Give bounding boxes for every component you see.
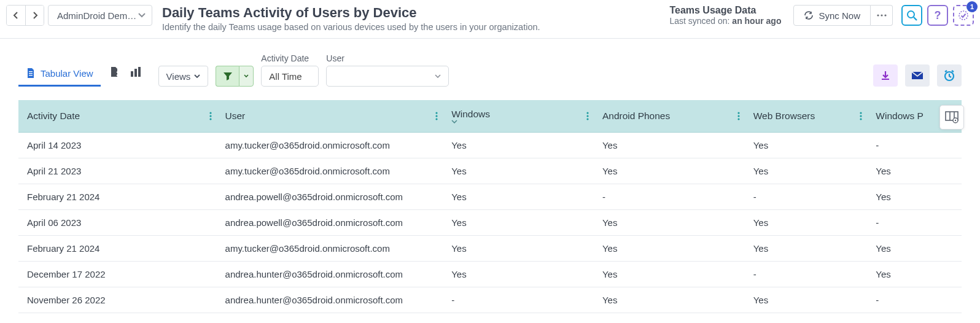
- cell-windows: Yes: [443, 236, 594, 262]
- export-view-icon-button[interactable]: [109, 66, 120, 77]
- col-header-windows[interactable]: Windows: [443, 100, 594, 133]
- filter-activity-date-label: Activity Date: [261, 53, 319, 63]
- caret-down-icon: [244, 74, 249, 78]
- cell-activity_date: December 17 2022: [18, 262, 217, 287]
- toolbar-actions: [873, 64, 962, 87]
- sync-text: Teams Usage Data Last synced on: an hour…: [669, 5, 781, 26]
- mail-icon: [911, 71, 924, 80]
- svg-point-36: [955, 120, 956, 121]
- col-header-label: Web Browsers: [753, 111, 815, 121]
- cell-user: amy.tucker@o365droid.onmicrosoft.com: [217, 158, 443, 184]
- filter-dropdown-button[interactable]: [239, 66, 254, 87]
- filter-user-select[interactable]: [326, 66, 449, 87]
- column-menu-button[interactable]: [435, 112, 438, 120]
- col-header-label: Windows P: [876, 111, 924, 121]
- mail-button[interactable]: [905, 64, 930, 87]
- cell-android: Yes: [594, 262, 745, 287]
- caret-down-icon: [194, 74, 200, 78]
- column-menu-button[interactable]: [860, 112, 862, 120]
- svg-point-28: [860, 118, 862, 120]
- sync-more-button[interactable]: [871, 5, 893, 26]
- svg-rect-11: [138, 67, 141, 77]
- svg-point-19: [436, 118, 438, 120]
- page-subtitle: Identify the daily Teams usage based on …: [162, 22, 540, 32]
- filter-button[interactable]: [216, 66, 239, 87]
- nav-history-group: [6, 5, 44, 26]
- cell-activity_date: February 21 2024: [18, 236, 217, 262]
- caret-down-icon: [435, 74, 441, 78]
- table-row[interactable]: November 26 2022andrea.hunter@o365droid.…: [18, 287, 962, 313]
- svg-point-14: [209, 112, 211, 114]
- filter-activity-date-select[interactable]: All Time: [261, 66, 319, 87]
- svg-point-25: [737, 118, 739, 120]
- cell-web: -: [745, 184, 868, 210]
- col-header-android[interactable]: Android Phones: [594, 100, 745, 133]
- col-header-label: Windows: [451, 109, 490, 119]
- schedule-button[interactable]: [937, 64, 962, 87]
- cell-android: Yes: [594, 158, 745, 184]
- tasks-button[interactable]: 1: [953, 5, 974, 26]
- svg-rect-8: [29, 75, 33, 76]
- svg-point-27: [860, 115, 862, 117]
- cell-android: Yes: [594, 210, 745, 236]
- cell-user: andrea.powell@o365droid.onmicrosoft.com: [217, 210, 443, 236]
- data-table: Activity DateUserWindowsAndroid PhonesWe…: [18, 100, 962, 313]
- cell-web: Yes: [745, 287, 868, 313]
- view-tabs: Tabular View: [18, 63, 151, 87]
- svg-point-0: [877, 14, 879, 16]
- title-block: Daily Teams Activity of Users by Device …: [162, 5, 540, 32]
- sync-status-value: an hour ago: [732, 16, 781, 26]
- cell-activity_date: February 21 2024: [18, 184, 217, 210]
- tab-tabular-view[interactable]: Tabular View: [18, 63, 101, 87]
- cell-winphone: -: [867, 133, 962, 158]
- table-row[interactable]: December 17 2022andrea.hunter@o365droid.…: [18, 262, 962, 287]
- table-row[interactable]: April 14 2023amy.tucker@o365droid.onmicr…: [18, 133, 962, 158]
- table-row[interactable]: February 21 2024andrea.powell@o365droid.…: [18, 184, 962, 210]
- svg-line-4: [914, 17, 917, 20]
- svg-rect-6: [29, 71, 33, 72]
- filter-button-group: [216, 66, 254, 87]
- tenant-select[interactable]: AdminDroid Dem…: [48, 5, 152, 26]
- nav-back-button[interactable]: [7, 6, 25, 25]
- sync-block: Teams Usage Data Last synced on: an hour…: [669, 5, 974, 26]
- table-header-row: Activity DateUserWindowsAndroid PhonesWe…: [18, 100, 962, 133]
- views-dropdown[interactable]: Views: [158, 66, 209, 87]
- column-menu-button[interactable]: [586, 112, 589, 120]
- columns-gear-icon: [945, 111, 959, 123]
- column-settings-button[interactable]: [939, 105, 964, 130]
- col-header-label: User: [225, 111, 246, 121]
- cell-winphone: -: [867, 287, 962, 313]
- table-row[interactable]: February 21 2024amy.tucker@o365droid.onm…: [18, 236, 962, 262]
- cell-winphone: Yes: [867, 236, 962, 262]
- page-header: AdminDroid Dem… Daily Teams Activity of …: [0, 0, 980, 39]
- cell-windows: Yes: [443, 262, 594, 287]
- cell-android: Yes: [594, 133, 745, 158]
- column-menu-button[interactable]: [209, 112, 212, 120]
- cell-winphone: Yes: [867, 158, 962, 184]
- export-doc-icon: [109, 66, 120, 77]
- cell-android: Yes: [594, 236, 745, 262]
- sync-data-title: Teams Usage Data: [669, 5, 781, 16]
- cell-user: andrea.powell@o365droid.onmicrosoft.com: [217, 184, 443, 210]
- chevron-right-icon: [32, 11, 38, 20]
- col-header-web[interactable]: Web Browsers: [745, 100, 868, 133]
- page-title: Daily Teams Activity of Users by Device: [162, 5, 540, 21]
- search-button[interactable]: [901, 5, 922, 26]
- help-button[interactable]: ?: [927, 5, 948, 26]
- cell-web: Yes: [745, 210, 868, 236]
- cell-activity_date: November 26 2022: [18, 287, 217, 313]
- col-header-activity_date[interactable]: Activity Date: [18, 100, 217, 133]
- download-button[interactable]: [873, 64, 898, 87]
- nav-forward-button[interactable]: [25, 6, 44, 25]
- col-header-user[interactable]: User: [217, 100, 443, 133]
- column-menu-button[interactable]: [737, 112, 740, 120]
- tab-tabular-label: Tabular View: [41, 68, 93, 79]
- cell-windows: -: [443, 287, 594, 313]
- table-row[interactable]: April 21 2023amy.tucker@o365droid.onmicr…: [18, 158, 962, 184]
- sync-now-button[interactable]: Sync Now: [793, 5, 871, 26]
- cell-winphone: Yes: [867, 184, 962, 210]
- table-row[interactable]: April 06 2023andrea.powell@o365droid.onm…: [18, 210, 962, 236]
- chevron-left-icon: [13, 11, 19, 20]
- svg-point-2: [884, 14, 886, 16]
- chart-view-icon-button[interactable]: [130, 66, 142, 77]
